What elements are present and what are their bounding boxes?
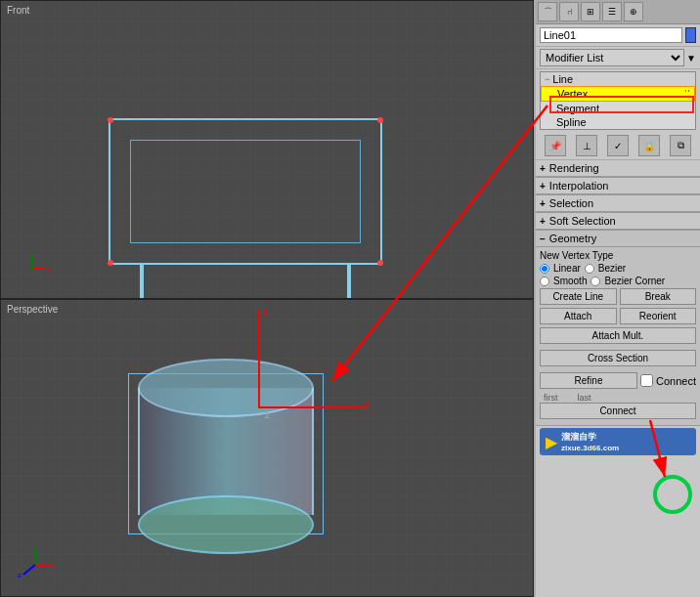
svg-text:y: y [29,252,33,258]
section-selection-title: Selection [549,197,593,209]
reorient-button[interactable]: Reorient [620,308,697,324]
stack-item-line[interactable]: − Line [541,72,695,86]
stack-item-segment[interactable]: Segment [541,102,695,115]
icon-pin2[interactable]: ⊕ [624,2,643,21]
section-soft-selection-plus: + [540,216,546,227]
cross-section-button[interactable]: Cross Section [540,350,696,366]
attach-button[interactable]: Attach [540,308,617,324]
mod-icon-check[interactable]: ✓ [607,135,629,156]
rect-inner [130,140,361,243]
sub-label-last: last [578,393,591,403]
section-geometry-title: Geometry [549,233,596,244]
section-geometry-minus: − [540,234,546,244]
radio-bezier-label: Bezier [598,263,626,274]
modifier-list-select[interactable]: Modifier List [540,49,684,66]
mod-icon-stack[interactable]: ⧉ [670,135,691,156]
watermark-site: 溜溜自学 [561,431,619,444]
sub-labels-row: first last [540,391,696,403]
attach-mult-button[interactable]: Attach Mult. [540,327,696,344]
corner-tr [377,117,383,123]
vertex-icon: ⁚⁚ [684,89,690,99]
viewports: Front x y [0,0,534,597]
radio-row-1: Linear Bezier [540,263,696,274]
viewport-front[interactable]: Front x y [0,0,534,299]
section-interpolation-title: Interpolation [549,180,609,192]
axis-y-label: y [263,306,268,317]
btn-row-cross-section: Cross Section [540,350,696,369]
icon-layers[interactable]: ☰ [602,2,622,21]
right-panel: ⌒ ⑁ ⊞ ☰ ⊕ Modifier List ▼ − Line Vertex [534,0,700,597]
geometry-content: New Vertex Type Linear Bezier Smooth Bez… [536,247,700,425]
leg-left [140,263,144,299]
section-soft-selection-title: Soft Selection [549,215,616,227]
radio-row-2: Smooth Bezier Corner [540,276,696,286]
section-interpolation-header[interactable]: + Interpolation [536,178,700,194]
viewport-perspective-label: Perspective [7,304,58,315]
mod-icon-lock[interactable]: 🔒 [638,135,660,156]
section-interpolation-plus: + [540,181,546,192]
radio-bezier-corner[interactable] [591,277,600,286]
section-soft-selection-header[interactable]: + Soft Selection [536,213,700,230]
connect-checkbox[interactable] [640,374,653,387]
axes-indicator-front: x y [16,252,50,288]
btn-row-attach-mult: Attach Mult. [540,327,696,347]
cylinder-3d [128,359,324,534]
svg-text:y: y [32,545,36,552]
section-rendering-header[interactable]: + Rendering [536,160,700,177]
cylinder-bottom-face [138,495,314,554]
svg-line-6 [23,565,35,575]
corner-tl [108,117,113,123]
icon-grid[interactable]: ⊞ [581,2,600,21]
section-soft-selection: + Soft Selection [536,213,700,231]
radio-smooth-label: Smooth [553,276,587,286]
create-line-button[interactable]: Create Line [540,288,617,305]
mod-icon-funnel[interactable]: ⊥ [576,135,597,156]
section-geometry: − Geometry New Vertex Type Linear Bezier… [536,231,700,426]
radio-linear-label: Linear [553,263,581,274]
stack-item-spline[interactable]: Spline [541,115,695,129]
radio-linear[interactable] [540,264,549,274]
axis-x-line [258,406,366,408]
viewport-perspective[interactable]: Perspective y x z x y [0,299,534,598]
rect-wireframe [109,118,382,265]
section-rendering: + Rendering [536,160,700,178]
corner-bl [108,260,113,266]
section-selection-header[interactable]: + Selection [536,195,700,212]
stack-label-segment: Segment [556,103,599,114]
icon-fork[interactable]: ⑁ [559,2,579,21]
radio-smooth[interactable] [540,277,549,286]
object-name-field[interactable] [540,27,682,43]
stack-label-line: Line [552,73,573,85]
refine-button[interactable]: Refine [540,372,637,389]
radio-bezier[interactable] [585,264,594,274]
section-geometry-header[interactable]: − Geometry [536,231,700,247]
section-selection-plus: + [540,198,546,209]
mod-icon-pin[interactable]: 📌 [545,135,566,156]
stack-label-spline: Spline [556,116,587,128]
svg-text:x: x [46,265,50,274]
btn-row-create-break: Create Line Break [540,288,696,305]
axis-y-line [258,310,260,407]
stack-collapse-icon: − [545,74,549,84]
axis-z-label: z [265,409,270,420]
refine-row: Refine Connect [540,372,696,389]
radio-bezier-corner-label: Bezier Corner [604,276,665,286]
break-button[interactable]: Break [620,288,697,305]
connect-label: Connect [656,375,696,387]
cylinder-top-face [138,359,314,417]
svg-text:z: z [18,571,22,579]
stack-item-vertex[interactable]: Vertex ⁚⁚ [541,86,695,102]
axes-indicator-perspective: x y z [16,545,55,586]
watermark: ▶ 溜溜自学 zixue.3d66.com [540,428,696,455]
bottom-connect-button[interactable]: Connect [540,403,696,419]
corner-br [377,260,383,266]
color-swatch[interactable] [685,27,696,43]
watermark-icon: ▶ [546,433,557,451]
main-container: Front x y [0,0,700,597]
modifier-stack: − Line Vertex ⁚⁚ Segment Spline [540,71,696,130]
dropdown-arrow: ▼ [686,53,696,64]
modifier-list-row: Modifier List ▼ [536,47,700,69]
stack-label-vertex: Vertex [557,88,588,100]
name-row [536,24,700,47]
icon-curve[interactable]: ⌒ [538,2,557,21]
